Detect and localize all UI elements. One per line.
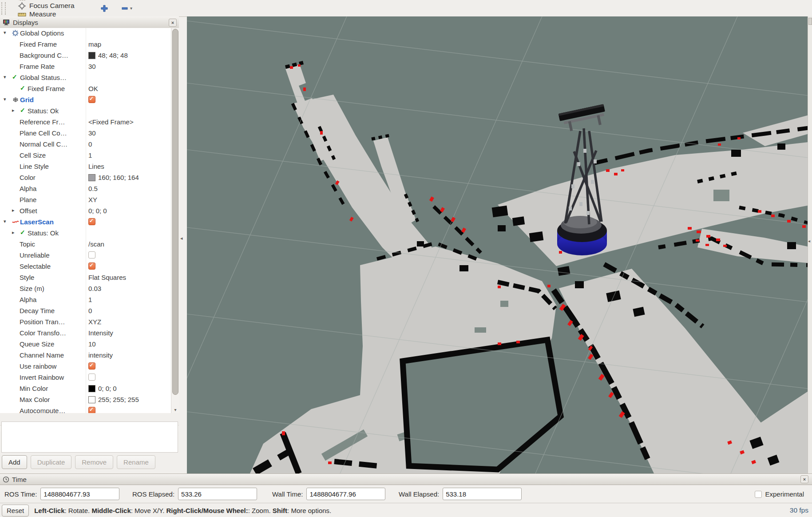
tree-row[interactable]: Channel Nameintensity — [0, 350, 171, 361]
tree-row[interactable]: StyleFlat Squares — [0, 272, 171, 283]
expander-icon[interactable]: ▾ — [4, 30, 6, 35]
time-field-input[interactable]: 533.18 — [443, 488, 522, 500]
checkbox-icon[interactable] — [88, 218, 95, 225]
tree-row[interactable]: Invert Rainbow — [0, 372, 171, 383]
tree-row[interactable]: ▾Global Options — [0, 28, 171, 39]
property-value[interactable]: 255; 255; 255 — [88, 396, 139, 403]
tree-row[interactable]: Decay Time0 — [0, 306, 171, 317]
tree-row[interactable]: Color160; 160; 164 — [0, 172, 171, 183]
tree-row[interactable]: Background C…48; 48; 48 — [0, 50, 171, 61]
splitter-grip[interactable] — [808, 18, 812, 25]
tree-row[interactable]: Unreliable — [0, 250, 171, 261]
tree-row[interactable]: Position Tran…XYZ — [0, 317, 171, 328]
property-value[interactable] — [88, 262, 95, 270]
tree-row[interactable]: ▸✓Status: Ok — [0, 106, 171, 117]
property-value[interactable]: Lines — [88, 163, 104, 170]
property-value[interactable] — [88, 218, 95, 225]
displays-tree[interactable]: ▾Global OptionsFixed FramemapBackground … — [0, 28, 171, 413]
property-value[interactable]: 1 — [88, 151, 92, 159]
tool-focus-camera[interactable]: Focus Camera — [18, 2, 84, 10]
expander-icon[interactable]: ▾ — [4, 97, 6, 102]
tree-row[interactable]: Plane Cell Co…30 — [0, 128, 171, 139]
close-icon[interactable]: × — [169, 19, 177, 27]
toolbar-drag-handle[interactable] — [1, 2, 6, 15]
checkbox-icon[interactable] — [88, 407, 95, 413]
property-value[interactable] — [88, 96, 95, 103]
tree-row[interactable]: Fixed Framemap — [0, 39, 171, 50]
expander-icon[interactable]: ▾ — [4, 75, 6, 80]
tree-row[interactable]: Queue Size10 — [0, 339, 171, 350]
tree-row[interactable]: Cell Size1 — [0, 150, 171, 161]
property-value[interactable]: Flat Squares — [88, 274, 126, 281]
tree-row[interactable]: ▾✓Global Status… — [0, 72, 171, 84]
property-value[interactable]: map — [88, 40, 101, 48]
property-value[interactable]: 0 — [88, 307, 92, 314]
property-value[interactable] — [88, 374, 95, 381]
checkbox-icon[interactable] — [88, 96, 95, 103]
close-icon[interactable]: × — [800, 475, 808, 483]
tree-row[interactable]: ▾LaserScan — [0, 217, 171, 228]
property-value[interactable]: 30 — [88, 129, 96, 137]
tree-row[interactable]: PlaneXY — [0, 195, 171, 206]
time-field-input[interactable]: 1488804677.96 — [306, 488, 385, 500]
property-value[interactable]: 0 — [88, 140, 92, 148]
property-value[interactable] — [88, 362, 95, 370]
time-panel-titlebar[interactable]: Time × — [0, 473, 812, 485]
checkbox-icon[interactable] — [88, 251, 95, 258]
checkbox-icon[interactable] — [88, 374, 95, 381]
property-value[interactable] — [88, 407, 95, 413]
tree-row[interactable]: Use rainbow — [0, 361, 171, 372]
tree-row[interactable]: ▸✓Status: Ok — [0, 228, 171, 239]
add-tool-button[interactable] — [100, 4, 108, 12]
property-value[interactable]: /scan — [88, 240, 104, 248]
displays-panel-titlebar[interactable]: Displays × — [0, 16, 179, 28]
property-value[interactable]: 0.03 — [88, 285, 101, 292]
duplicate-button[interactable]: Duplicate — [31, 455, 72, 469]
tree-row[interactable]: Alpha0.5 — [0, 183, 171, 195]
checkbox-icon[interactable] — [88, 362, 95, 370]
panel-collapse-icon[interactable]: ◂ — [808, 239, 810, 243]
tree-row[interactable]: Topic/scan — [0, 239, 171, 250]
tree-row[interactable]: Reference Fr…<Fixed Frame> — [0, 117, 171, 128]
expander-icon[interactable]: ▾ — [4, 219, 6, 224]
property-value[interactable]: 48; 48; 48 — [88, 52, 128, 59]
tree-row[interactable]: ▸Offset0; 0; 0 — [0, 206, 171, 217]
tree-row[interactable]: Line StyleLines — [0, 161, 171, 172]
tree-row[interactable]: Normal Cell C…0 — [0, 139, 171, 150]
expander-icon[interactable]: ▸ — [12, 208, 15, 213]
scroll-down-icon[interactable]: ▾ — [171, 407, 179, 412]
time-field-input[interactable]: 533.26 — [178, 488, 257, 500]
add-button[interactable]: Add — [2, 455, 27, 469]
property-value[interactable]: <Fixed Frame> — [88, 118, 134, 126]
property-value[interactable]: XY — [88, 196, 97, 203]
tree-row[interactable]: ▾Grid — [0, 95, 171, 106]
tree-row[interactable]: ✓Fixed FrameOK — [0, 84, 171, 95]
property-value[interactable]: 1 — [88, 296, 92, 303]
tree-row[interactable]: Autocompute… — [0, 406, 171, 413]
tree-row[interactable]: Min Color0; 0; 0 — [0, 383, 171, 394]
experimental-checkbox[interactable]: Experimental — [755, 490, 804, 498]
property-value[interactable]: 0; 0; 0 — [88, 385, 117, 392]
expander-icon[interactable]: ▸ — [12, 230, 15, 235]
3d-viewport[interactable] — [187, 16, 812, 473]
remove-tool-button[interactable]: ▾ — [121, 4, 132, 12]
property-value[interactable]: 160; 160; 164 — [88, 174, 139, 181]
checkbox-icon[interactable] — [755, 491, 762, 498]
expander-icon[interactable]: ▸ — [12, 108, 15, 113]
property-value[interactable]: 0; 0; 0 — [88, 207, 107, 215]
property-value[interactable]: 0.5 — [88, 185, 98, 192]
panel-collapse-icon[interactable]: ◂ — [180, 235, 183, 241]
right-panel-splitter[interactable]: ◂ — [808, 16, 812, 473]
rename-button[interactable]: Rename — [117, 455, 155, 469]
remove-button[interactable]: Remove — [75, 455, 113, 469]
tree-row[interactable]: Size (m)0.03 — [0, 283, 171, 294]
property-value[interactable]: XYZ — [88, 318, 101, 326]
property-value[interactable] — [88, 251, 95, 258]
property-value[interactable]: Intensity — [88, 329, 113, 337]
scrollbar-thumb[interactable] — [172, 29, 178, 395]
tree-row[interactable]: Alpha1 — [0, 294, 171, 306]
checkbox-icon[interactable] — [88, 262, 95, 270]
property-value[interactable]: intensity — [88, 351, 113, 359]
tree-row[interactable]: Color Transfo…Intensity — [0, 328, 171, 339]
property-value[interactable]: 10 — [88, 340, 96, 348]
